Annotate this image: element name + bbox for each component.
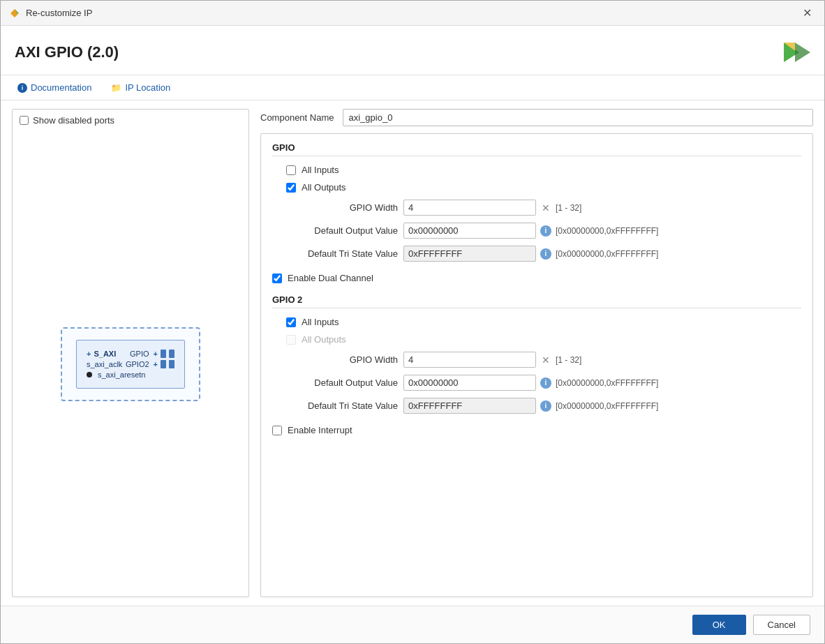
- folder-icon: 📁: [111, 83, 121, 93]
- gpio-all-inputs-label[interactable]: All Inputs: [302, 165, 339, 175]
- gpio-all-inputs-checkbox[interactable]: [286, 165, 296, 175]
- ok-button[interactable]: OK: [692, 615, 746, 635]
- gpio2-default-output-row: Default Output Value i [0x00000000,0xFFF…: [286, 375, 801, 391]
- gpio2-default-tri-input[interactable]: [403, 398, 536, 414]
- gpio2-default-output-range: [0x00000000,0xFFFFFFFF]: [556, 378, 658, 388]
- documentation-button[interactable]: i Documentation: [15, 81, 94, 94]
- gpio2-default-tri-wrapper: i [0x00000000,0xFFFFFFFF]: [403, 398, 658, 414]
- ip-location-button[interactable]: 📁 IP Location: [108, 81, 173, 94]
- component-name-row: Component Name: [260, 109, 813, 126]
- gpio-default-output-row: Default Output Value i [0x00000000,0xFFF…: [286, 223, 801, 239]
- block-inner: + S_AXI GPIO +: [76, 340, 185, 389]
- vivado-logo: [780, 37, 810, 68]
- main-dialog: Re-customize IP ✕ AXI GPIO (2.0) i Docum…: [0, 0, 825, 644]
- header-section: AXI GPIO (2.0): [1, 26, 824, 75]
- main-content: Show disabled ports + S_AXI GPIO: [1, 100, 824, 606]
- gpio-default-tri-range: [0x00000000,0xFFFFFFFF]: [556, 249, 658, 259]
- gpio2-port-label: GPIO2: [126, 360, 149, 368]
- gpio-default-tri-input[interactable]: [403, 246, 536, 262]
- gpio2-default-tri-label: Default Tri State Value: [286, 400, 398, 411]
- bottom-bar: OK Cancel: [1, 606, 824, 643]
- gpio-default-output-info-icon[interactable]: i: [540, 225, 551, 237]
- gpio-port-label: GPIO: [130, 350, 149, 358]
- gpio2-default-output-label: Default Output Value: [286, 377, 398, 388]
- show-disabled-ports-label: Show disabled ports: [33, 115, 114, 126]
- all-inputs-row: All Inputs: [286, 165, 801, 175]
- show-disabled-ports-checkbox-label[interactable]: Show disabled ports: [20, 115, 114, 126]
- app-icon: [9, 8, 20, 19]
- gpio-default-tri-row: Default Tri State Value i [0x00000000,0x…: [286, 246, 801, 262]
- s-axi-plus-icon: +: [87, 350, 91, 358]
- all-outputs-row: All Outputs: [286, 182, 801, 193]
- gpio2-section-content: All Inputs All Outputs GPIO Width: [272, 317, 801, 414]
- enable-dual-channel-label[interactable]: Enable Dual Channel: [288, 273, 373, 283]
- gpio2-width-row: GPIO Width ✕ [1 - 32]: [286, 352, 801, 368]
- gpio2-default-tri-row: Default Tri State Value i [0x00000000,0x…: [286, 398, 801, 414]
- gpio2-all-outputs-checkbox[interactable]: [286, 335, 296, 345]
- gpio2-width-clear-button[interactable]: ✕: [540, 354, 551, 366]
- right-panel: Component Name GPIO All Inputs: [260, 109, 813, 597]
- gpio-default-tri-label: Default Tri State Value: [286, 248, 398, 259]
- cancel-button[interactable]: Cancel: [753, 615, 810, 635]
- gpio-all-outputs-label[interactable]: All Outputs: [302, 182, 346, 193]
- gpio2-all-inputs-row: All Inputs: [286, 317, 801, 327]
- enable-dual-channel-checkbox[interactable]: [272, 274, 282, 283]
- gpio-width-input[interactable]: [403, 200, 536, 216]
- info-icon: i: [17, 83, 27, 93]
- gpio2-all-inputs-checkbox[interactable]: [286, 317, 296, 327]
- gpio2-all-inputs-label[interactable]: All Inputs: [302, 317, 339, 327]
- title-bar: Re-customize IP ✕: [1, 1, 824, 26]
- gpio-all-outputs-checkbox[interactable]: [286, 183, 296, 193]
- gpio-width-clear-button[interactable]: ✕: [540, 202, 551, 214]
- product-title: AXI GPIO (2.0): [15, 43, 119, 61]
- gpio2-width-range: [1 - 32]: [556, 355, 581, 365]
- component-diagram: + S_AXI GPIO +: [13, 131, 248, 597]
- title-bar-left: Re-customize IP: [9, 8, 92, 19]
- enable-interrupt-row: Enable Interrupt: [272, 425, 801, 435]
- gpio2-default-output-input[interactable]: [403, 375, 536, 391]
- gpio-default-output-wrapper: i [0x00000000,0xFFFFFFFF]: [403, 223, 658, 239]
- gpio2-default-output-info-icon[interactable]: i: [540, 377, 551, 389]
- gpio-section-content: All Inputs All Outputs GPIO Width: [272, 165, 801, 262]
- s-axi-aclk-row: s_axi_aclk GPIO2 +: [87, 360, 174, 368]
- gpio2-bar-2: [169, 360, 174, 368]
- enable-interrupt-checkbox[interactable]: [272, 426, 282, 435]
- s-axi-aresetn-row: s_axi_aresetn: [87, 370, 174, 379]
- svg-marker-3: [795, 43, 810, 62]
- gpio-section: GPIO All Inputs All Outputs: [272, 142, 801, 262]
- gpio2-default-tri-info-icon[interactable]: i: [540, 400, 551, 412]
- ip-location-label: IP Location: [125, 82, 170, 93]
- config-scroll[interactable]: GPIO All Inputs All Outputs: [261, 134, 812, 597]
- component-name-input[interactable]: [343, 109, 814, 126]
- gpio-width-input-wrapper: ✕ [1 - 32]: [403, 200, 581, 216]
- gpio2-section: GPIO 2 All Inputs All Outputs: [272, 294, 801, 414]
- gpio-bar-2: [169, 350, 174, 358]
- gpio2-width-input[interactable]: [403, 352, 536, 368]
- gpio2-default-tri-range: [0x00000000,0xFFFFFFFF]: [556, 401, 658, 411]
- window-title: Re-customize IP: [26, 8, 92, 18]
- gpio2-width-label: GPIO Width: [286, 354, 398, 365]
- gpio-width-label: GPIO Width: [286, 202, 398, 213]
- gpio-default-output-range: [0x00000000,0xFFFFFFFF]: [556, 226, 658, 236]
- component-name-label: Component Name: [260, 112, 334, 123]
- gpio-default-output-input[interactable]: [403, 223, 536, 239]
- left-panel: Show disabled ports + S_AXI GPIO: [12, 109, 249, 597]
- close-button[interactable]: ✕: [798, 5, 816, 21]
- gpio2-width-input-wrapper: ✕ [1 - 32]: [403, 352, 581, 368]
- documentation-label: Documentation: [31, 82, 91, 93]
- gpio2-default-output-wrapper: i [0x00000000,0xFFFFFFFF]: [403, 375, 658, 391]
- gpio-width-row: GPIO Width ✕ [1 - 32]: [286, 200, 801, 216]
- s-axi-label: S_AXI: [94, 350, 116, 358]
- s-axi-aresetn-label: s_axi_aresetn: [98, 370, 146, 379]
- config-panel: GPIO All Inputs All Outputs: [260, 133, 813, 597]
- enable-interrupt-label[interactable]: Enable Interrupt: [288, 425, 352, 435]
- gpio-plus-icon: +: [154, 350, 158, 358]
- gpio2-all-outputs-label: All Outputs: [302, 334, 346, 345]
- gpio-default-tri-info-icon[interactable]: i: [540, 248, 551, 260]
- show-disabled-ports-checkbox[interactable]: [20, 116, 29, 125]
- left-panel-header: Show disabled ports: [13, 110, 248, 131]
- block-diagram: + S_AXI GPIO +: [61, 327, 200, 401]
- gpio2-all-outputs-row: All Outputs: [286, 334, 801, 345]
- enable-dual-channel-row: Enable Dual Channel: [272, 273, 801, 283]
- gpio2-bar-1: [161, 360, 166, 368]
